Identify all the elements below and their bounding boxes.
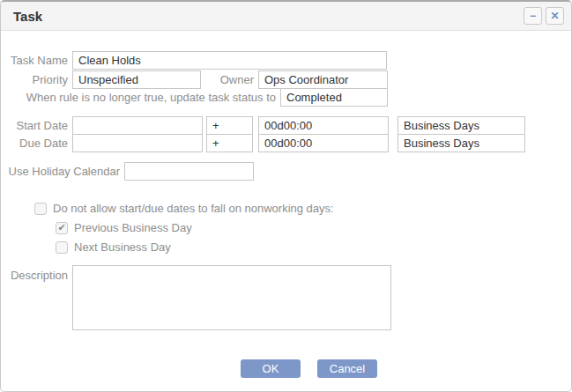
holiday-calendar-label: Use Holiday Calendar <box>1 165 124 178</box>
task-name-row: Task Name <box>1 51 571 70</box>
task-name-label: Task Name <box>1 54 72 67</box>
check-icon: ✔ <box>57 223 65 233</box>
start-date-row: Start Date <box>1 116 571 135</box>
minimize-icon: − <box>530 11 536 21</box>
close-button[interactable]: ✕ <box>546 7 564 25</box>
start-date-input[interactable] <box>72 116 203 135</box>
holiday-calendar-row: Use Holiday Calendar <box>1 162 571 181</box>
description-row: Description <box>1 265 571 330</box>
task-dialog: Task − ✕ Task Name Priority Owner When r… <box>0 0 572 392</box>
ok-button[interactable]: OK <box>241 359 301 378</box>
previous-business-day-label[interactable]: Previous Business Day <box>74 221 192 234</box>
button-row: OK Cancel <box>1 359 571 378</box>
nonworking-days-row: Do not allow start/due dates to fall on … <box>34 202 571 215</box>
nonworking-days-checkbox[interactable] <box>34 203 47 215</box>
priority-owner-row: Priority Owner <box>1 70 571 89</box>
due-date-offset-input[interactable] <box>258 134 389 152</box>
start-date-plus-field[interactable] <box>206 116 253 135</box>
previous-business-day-row: ✔ Previous Business Day <box>56 221 571 234</box>
description-textarea[interactable] <box>72 265 391 330</box>
rule-status-input[interactable] <box>280 88 388 107</box>
due-date-unit-field[interactable] <box>397 134 525 152</box>
priority-label: Priority <box>1 73 72 86</box>
rule-status-label: When rule is no longer true, update task… <box>1 91 280 104</box>
next-business-day-label[interactable]: Next Business Day <box>74 240 171 254</box>
close-icon: ✕ <box>550 11 559 21</box>
start-date-offset-input[interactable] <box>258 116 389 135</box>
due-date-plus-field[interactable] <box>206 134 253 152</box>
priority-input[interactable] <box>72 70 201 89</box>
task-name-input[interactable] <box>72 51 387 70</box>
due-date-input[interactable] <box>72 134 203 152</box>
start-date-label: Start Date <box>1 119 72 132</box>
owner-label: Owner <box>201 73 258 86</box>
cancel-button[interactable]: Cancel <box>317 359 377 378</box>
previous-business-day-checkbox[interactable]: ✔ <box>56 222 68 234</box>
owner-input[interactable] <box>258 70 388 89</box>
description-label: Description <box>1 265 72 282</box>
rule-status-row: When rule is no longer true, update task… <box>1 88 571 107</box>
due-date-row: Due Date <box>1 134 571 152</box>
dialog-title: Task <box>13 9 520 24</box>
minimize-button[interactable]: − <box>524 7 542 25</box>
dialog-body: Task Name Priority Owner When rule is no… <box>1 51 571 378</box>
titlebar: Task − ✕ <box>1 2 571 31</box>
due-date-label: Due Date <box>1 137 72 150</box>
start-date-unit-field[interactable] <box>397 116 525 135</box>
nonworking-days-label[interactable]: Do not allow start/due dates to fall on … <box>53 202 334 215</box>
holiday-calendar-input[interactable] <box>124 162 254 181</box>
next-business-day-checkbox[interactable] <box>56 241 68 254</box>
next-business-day-row: Next Business Day <box>56 240 571 254</box>
